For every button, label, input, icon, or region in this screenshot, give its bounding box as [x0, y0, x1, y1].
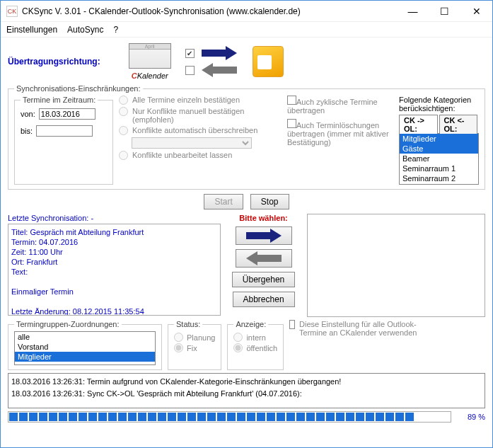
radio-conflicts-auto[interactable]: [119, 126, 128, 135]
target-info-box: [307, 214, 485, 317]
status-fieldset: Status: Planung Fix: [168, 320, 221, 370]
log-line: 18.03.2016 13:26:31: Sync CK->OL 'Gesprä…: [11, 387, 482, 399]
apply-right-button[interactable]: [236, 226, 292, 245]
categories-label: Folgende Kategorien berücksichtigen:: [399, 96, 479, 113]
log-line: 18.03.2016 13:26:31: Termin aufgrund von…: [11, 375, 482, 387]
arrow-left-icon: [246, 252, 282, 265]
constraints-group: Synchronisations-Einschränkungen: Termin…: [8, 84, 485, 190]
termgroup-item[interactable]: Mitglieder: [15, 352, 155, 362]
anzeige-oeffentlich-radio[interactable]: [233, 343, 243, 352]
tab-ol-to-ck[interactable]: CK <- OL:: [439, 115, 478, 134]
termgroup-fieldset: Termingruppen-Zuordnungen: alle Vorstand…: [8, 320, 162, 370]
overwrite-select[interactable]: [132, 137, 252, 149]
arrow-left-icon: [202, 64, 237, 76]
arrow-right-icon: [246, 229, 282, 242]
titlebar: CK CKSync V. 3.01 - CKalender-Outlook-Sy…: [1, 1, 492, 22]
radio-conflicts-skip[interactable]: [119, 151, 128, 160]
skip-button[interactable]: Übergehen: [232, 272, 295, 287]
termgroup-item[interactable]: alle: [15, 332, 155, 342]
termgroup-list[interactable]: alle Vorstand Mitglieder: [14, 331, 156, 365]
menubar: Einstellungen AutoSync ?: [1, 22, 492, 38]
minimize-button[interactable]: —: [397, 1, 429, 21]
apply-all-checkbox[interactable]: [289, 320, 295, 329]
date-to-input[interactable]: [36, 125, 93, 137]
log-output[interactable]: 18.03.2016 13:26:31: Termin aufgrund von…: [8, 373, 485, 408]
direction-ol-to-ck-checkbox[interactable]: [185, 66, 195, 75]
anzeige-fieldset: Anzeige: intern öffentlich: [227, 320, 284, 370]
outlook-icon: [253, 46, 284, 77]
category-item[interactable]: Mitglieder: [400, 134, 478, 144]
ckalender-logo: CKalender: [129, 43, 171, 81]
window-title: CKSync V. 3.01 - CKalender-Outlook-Synch…: [22, 6, 397, 16]
category-item[interactable]: Beamer: [400, 154, 478, 163]
appointment-info: Titel: Gespräch mit Abteilung Frankfurt …: [8, 224, 221, 316]
status-fix-radio[interactable]: [174, 343, 183, 352]
app-icon: CK: [6, 6, 18, 17]
date-from-input[interactable]: [39, 108, 95, 120]
category-item[interactable]: Gäste: [400, 144, 478, 154]
status-planung-radio[interactable]: [174, 333, 183, 342]
direction-ck-to-ol-checkbox[interactable]: ✔: [185, 49, 195, 58]
date-range-group: Termine im Zeitraum: von: bis:: [14, 96, 113, 185]
progress-percent: 89 %: [457, 413, 485, 421]
arrow-right-icon: [202, 47, 237, 59]
progress-bar: [8, 411, 451, 423]
termgroup-item[interactable]: Vorstand: [15, 342, 155, 352]
last-sync-label: Letzte Synchronisation: -: [8, 214, 221, 222]
cyclic-checkbox[interactable]: [287, 96, 296, 105]
tab-ck-to-ol[interactable]: CK -> OL:: [399, 115, 438, 134]
please-choose-label: Bitte wählen:: [239, 214, 287, 222]
radio-confirm-all[interactable]: [119, 96, 128, 105]
deletions-checkbox[interactable]: [287, 119, 296, 128]
menu-settings[interactable]: Einstellungen: [6, 25, 57, 35]
menu-autosync[interactable]: AutoSync: [67, 25, 103, 35]
category-item[interactable]: Seminarraum 2: [400, 173, 478, 183]
stop-button[interactable]: Stop: [250, 194, 289, 209]
maximize-button[interactable]: ☐: [429, 1, 460, 21]
category-item[interactable]: Seminarraum 1: [400, 163, 478, 173]
close-button[interactable]: ✕: [460, 1, 492, 21]
category-list[interactable]: Mitglieder Gäste Beamer Seminarraum 1 Se…: [399, 134, 479, 185]
calendar-icon: [129, 43, 171, 69]
menu-help[interactable]: ?: [113, 25, 118, 35]
anzeige-intern-radio[interactable]: [233, 333, 243, 342]
start-button[interactable]: Start: [204, 194, 243, 209]
cancel-button[interactable]: Abbrechen: [233, 292, 295, 307]
direction-label: Übertragungsrichtung:: [8, 57, 100, 67]
apply-left-button[interactable]: [236, 249, 292, 268]
radio-conflicts-manual[interactable]: [119, 107, 128, 116]
apply-all-label: Diese Einstellung für alle Outlook-Termi…: [299, 320, 424, 337]
